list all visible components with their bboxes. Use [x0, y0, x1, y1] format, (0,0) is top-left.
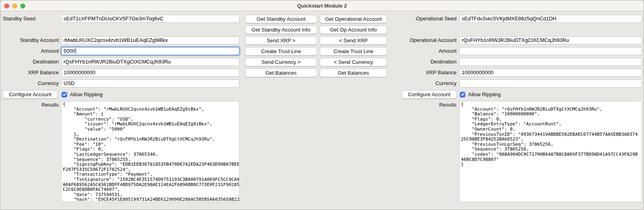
standby-amount-label: Amount	[3, 47, 59, 55]
checkmark-icon	[461, 92, 465, 97]
operational-results-text[interactable]: { "Account": "rQsFHYb1nRWJR2BiuDTXgCtXCM…	[459, 101, 642, 202]
standby-create-trust-line-button[interactable]: Create Trust Line	[245, 47, 317, 55]
standby-seed-label: Standby Seed	[3, 15, 59, 23]
standby-xrp-balance-label: XRP Balance	[3, 69, 59, 77]
standby-account-label: Standby Account	[3, 36, 59, 44]
standby-account-input[interactable]: rMwbLRUXC2qcnx4zvb1WB1uEAqEZg9iBkx	[61, 36, 239, 44]
standby-get-balances-button[interactable]: Get Balances	[245, 69, 317, 77]
send-xrp-left-button[interactable]: < Send XRP	[320, 36, 387, 45]
standby-amount-input[interactable]: 5000	[61, 47, 239, 55]
operational-destination-label: Destination	[401, 58, 457, 66]
operational-xrp-balance-label: XRP Balance	[401, 69, 457, 77]
checkmark-icon	[62, 92, 67, 97]
send-currency-right-button[interactable]: Send Currency >	[245, 58, 317, 66]
operational-allow-rippling-row: Allow Rippling	[460, 90, 501, 99]
standby-configure-account-button[interactable]: Configure Account	[3, 90, 58, 99]
operational-amount-label: Amount	[401, 47, 457, 55]
standby-currency-input[interactable]: USD	[61, 79, 239, 87]
window-title: Quickstart Module 2	[0, 0, 644, 11]
operational-currency-input[interactable]	[459, 79, 642, 87]
title-bar: Quickstart Module 2	[0, 0, 644, 11]
operational-allow-rippling-checkbox[interactable]	[460, 92, 465, 97]
operational-account-label: Operational Account	[401, 36, 457, 44]
get-operational-account-button[interactable]: Get Operational Account	[320, 15, 387, 23]
standby-amount-value: 5000	[64, 48, 75, 54]
app-window: Quickstart Module 2 Standby Seed Standby…	[0, 0, 644, 210]
standby-results-text[interactable]: { "Account": "rMwbLRUXC2qcnx4zvb1WB1uEAq…	[61, 101, 239, 202]
operational-xrp-balance-input[interactable]: 10000000000	[459, 69, 642, 77]
operational-currency-label: Currency	[401, 79, 457, 87]
standby-destination-input[interactable]: rQsFHYb1nRWJR2BiuDTXgCtXCMCqJh93Ru	[61, 58, 239, 66]
operational-create-trust-line-button[interactable]: Create Trust Line	[320, 47, 387, 55]
standby-seed-input[interactable]: sEdT1cXFPMTnDUoCKV5F7Ge3mToq6vC	[61, 15, 239, 23]
standby-allow-rippling-row: Allow Rippling	[62, 90, 103, 99]
operational-results-label: Results	[401, 101, 457, 109]
operational-configure-account-button[interactable]: Configure Account	[402, 90, 457, 99]
standby-results-label: Results	[3, 101, 59, 109]
send-currency-left-button[interactable]: < Send Currency	[320, 58, 387, 66]
operational-get-balances-button[interactable]: Get Balances	[320, 69, 387, 77]
operational-account-input[interactable]: rQsFHYb1nRWJR2BiuDTXgCtXCMCqJh93Ru	[459, 36, 642, 44]
standby-xrp-balance-input[interactable]: 10000000000	[61, 69, 239, 77]
standby-allow-rippling-label: Allow Rippling	[70, 91, 103, 97]
standby-allow-rippling-checkbox[interactable]	[62, 92, 67, 97]
operational-seed-input[interactable]: sEdTFdv3skc5VKjdMXE86z5qQnCd1DH	[459, 15, 642, 23]
operational-amount-input[interactable]	[459, 47, 642, 55]
text-caret	[76, 48, 76, 53]
get-op-account-info-button[interactable]: Get Op Account Info	[320, 26, 387, 34]
operational-destination-input[interactable]	[459, 58, 642, 66]
standby-destination-label: Destination	[3, 58, 59, 66]
operational-seed-label: Operational Seed	[401, 15, 457, 23]
standby-currency-label: Currency	[3, 79, 59, 87]
get-standby-account-info-button[interactable]: Get Standby Account Info	[245, 26, 317, 34]
get-standby-account-button[interactable]: Get Standby Account	[245, 15, 317, 23]
send-xrp-right-button[interactable]: Send XRP >	[245, 36, 317, 45]
operational-allow-rippling-label: Allow Rippling	[468, 91, 501, 97]
